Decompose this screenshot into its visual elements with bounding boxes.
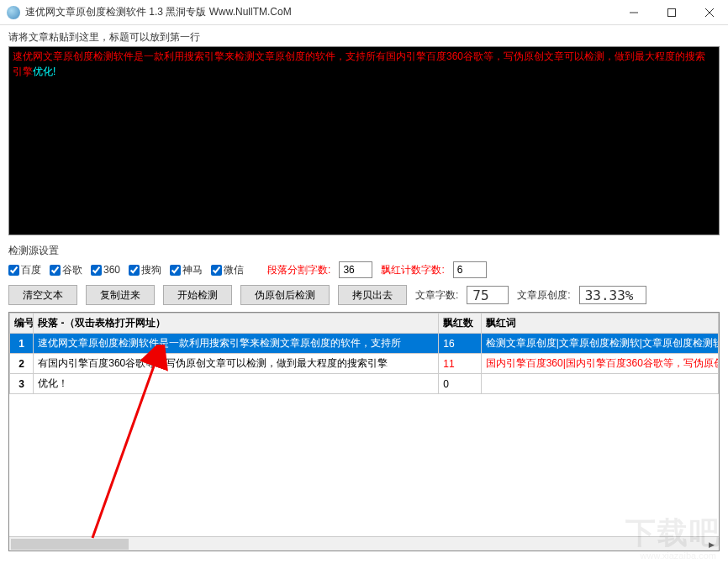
- copy-out-button[interactable]: 拷贝出去: [338, 285, 407, 305]
- cell-word: 检测文章原创度|文章原创度检测软|文章原创度检测软件: [481, 334, 718, 354]
- table-header-row: 编号 段落 -（双击表格打开网址） 飘红数 飘红词: [10, 313, 719, 334]
- clear-text-button[interactable]: 清空文本: [8, 285, 77, 305]
- word-count-value: 75: [467, 286, 509, 304]
- checkbox-sogou-input[interactable]: [129, 265, 140, 276]
- cell-seg: 优化！: [34, 374, 439, 394]
- col-word[interactable]: 飘红词: [481, 313, 718, 334]
- checkbox-sogou[interactable]: 搜狗: [129, 263, 161, 277]
- seg-split-input[interactable]: [339, 261, 372, 278]
- window-title: 速优网文章原创度检测软件 1.3 黑洞专版 Www.NullTM.CoM: [25, 5, 615, 19]
- checkbox-baidu-label: 百度: [21, 263, 41, 277]
- grid-body[interactable]: 编号 段落 -（双击表格打开网址） 飘红数 飘红词 1速优网文章原创度检测软件是…: [9, 313, 719, 536]
- engine-row: 百度 谷歌 360 搜狗 神马 微信 段落分割字数: 飘红计数字数:: [8, 261, 720, 278]
- settings-group-label: 检测源设置: [8, 244, 720, 258]
- article-editor[interactable]: 速优网文章原创度检测软件是一款利用搜索引擎来检测文章原创度的软件，支持所有国内引…: [8, 46, 720, 235]
- cell-cnt: 16: [439, 334, 481, 354]
- paste-hint: 请将文章粘贴到这里，标题可以放到第一行: [8, 30, 720, 45]
- checkbox-weixin-label: 微信: [224, 263, 244, 277]
- col-cnt[interactable]: 飘红数: [439, 313, 481, 334]
- scroll-right-arrow[interactable]: ▶: [704, 537, 719, 551]
- paste-in-button[interactable]: 复制进来: [86, 285, 155, 305]
- checkbox-360-label: 360: [103, 264, 120, 276]
- seg-split-label: 段落分割字数:: [267, 263, 330, 277]
- results-table: 编号 段落 -（双击表格打开网址） 飘红数 飘红词 1速优网文章原创度检测软件是…: [9, 313, 719, 394]
- editor-content: 速优网文章原创度检测软件是一款利用搜索引擎来检测文章原创度的软件，支持所有国内引…: [13, 49, 715, 79]
- cell-seg: 有国内引擎百度360谷歌等，写伪原创文章可以检测，做到最大程度的搜索引擎: [34, 354, 439, 374]
- start-detect-button[interactable]: 开始检测: [163, 285, 232, 305]
- minimize-button[interactable]: [615, 0, 652, 24]
- table-row[interactable]: 3优化！0: [10, 374, 719, 394]
- cell-word: 国内引擎百度360|国内引擎百度360谷歌等，写伪原创文: [481, 354, 718, 374]
- checkbox-google-input[interactable]: [50, 265, 61, 276]
- originality-label: 文章原创度:: [517, 288, 570, 303]
- cell-seg: 速优网文章原创度检测软件是一款利用搜索引擎来检测文章原创度的软件，支持所: [34, 334, 439, 354]
- checkbox-sogou-label: 搜狗: [141, 263, 161, 277]
- cell-idx: 3: [10, 374, 34, 394]
- cell-idx: 1: [10, 334, 34, 354]
- cell-cnt: 0: [439, 374, 481, 394]
- maximize-button[interactable]: [652, 0, 690, 24]
- cell-cnt: 11: [439, 354, 481, 374]
- toolbar-row: 清空文本 复制进来 开始检测 伪原创后检测 拷贝出去 文章字数: 75 文章原创…: [8, 285, 720, 305]
- editor-text-part1: 速优网文章原创度检测软件是一款利用搜索引擎来检测文章原创度的软件，支持所有国内引…: [13, 50, 705, 77]
- checkbox-360[interactable]: 360: [91, 264, 120, 276]
- window-controls: [615, 0, 728, 24]
- checkbox-weixin[interactable]: 微信: [211, 263, 244, 277]
- cell-idx: 2: [10, 354, 34, 374]
- svg-rect-0: [667, 8, 675, 16]
- editor-text-highlight: 优化!: [33, 66, 55, 77]
- col-idx[interactable]: 编号: [10, 313, 34, 334]
- originality-value: 33.33%: [579, 286, 646, 304]
- checkbox-shenma[interactable]: 神马: [170, 263, 203, 277]
- table-row[interactable]: 1速优网文章原创度检测软件是一款利用搜索引擎来检测文章原创度的软件，支持所16检…: [10, 334, 719, 354]
- app-icon: [7, 6, 20, 19]
- scroll-thumb[interactable]: [11, 539, 129, 550]
- checkbox-baidu-input[interactable]: [8, 265, 19, 276]
- checkbox-shenma-input[interactable]: [170, 265, 181, 276]
- checkbox-google[interactable]: 谷歌: [50, 263, 82, 277]
- checkbox-weixin-input[interactable]: [211, 265, 222, 276]
- word-count-label: 文章字数:: [415, 288, 458, 303]
- col-seg[interactable]: 段落 -（双击表格打开网址）: [34, 313, 439, 334]
- results-grid: 编号 段落 -（双击表格打开网址） 飘红数 飘红词 1速优网文章原创度检测软件是…: [8, 312, 720, 551]
- cell-word: [481, 374, 718, 394]
- checkbox-shenma-label: 神马: [182, 263, 203, 277]
- red-count-input[interactable]: [453, 261, 487, 278]
- checkbox-360-input[interactable]: [91, 265, 102, 276]
- checkbox-google-label: 谷歌: [62, 263, 82, 277]
- checkbox-baidu[interactable]: 百度: [8, 263, 41, 277]
- table-row[interactable]: 2有国内引擎百度360谷歌等，写伪原创文章可以检测，做到最大程度的搜索引擎11国…: [10, 354, 719, 374]
- pseudo-detect-button[interactable]: 伪原创后检测: [240, 285, 330, 305]
- horizontal-scrollbar[interactable]: ◀ ▶: [9, 536, 719, 551]
- close-button[interactable]: [690, 0, 728, 24]
- titlebar: 速优网文章原创度检测软件 1.3 黑洞专版 Www.NullTM.CoM: [0, 0, 728, 25]
- red-count-label: 飘红计数字数:: [381, 263, 444, 277]
